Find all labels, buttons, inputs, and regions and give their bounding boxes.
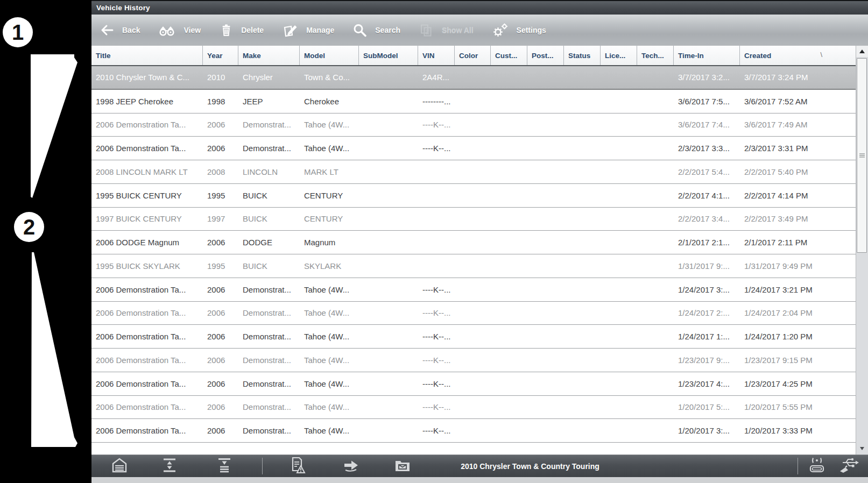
cell-created: 1/20/2017 5:55 PM [740, 402, 831, 411]
cell-created: 3/6/2017 7:49 AM [740, 120, 831, 129]
settings-button[interactable]: Settings [492, 23, 546, 38]
column-header-vin[interactable]: VIN [418, 46, 455, 65]
cell-title: 2006 Demonstration Ta... [91, 379, 203, 388]
cell-make: BUICK [238, 214, 300, 223]
scroll-thumb[interactable] [857, 58, 867, 253]
manage-button[interactable]: Manage [282, 23, 334, 37]
column-header-status[interactable]: Status [564, 46, 601, 65]
column-header-tech[interactable]: Tech... [637, 46, 674, 65]
cell-title: 2006 Demonstration Ta... [91, 308, 203, 317]
cell-created: 1/20/2017 3:33 PM [740, 426, 831, 435]
callout-number-2: 2 [14, 212, 44, 242]
table-row[interactable]: 2010 Chrysler Town & C...2010ChryslerTow… [91, 66, 856, 90]
binoculars-icon [158, 23, 175, 37]
cell-year: 2006 [203, 332, 238, 341]
scroll-thumb-grip-icon [859, 153, 865, 159]
table-row[interactable]: 2006 Demonstration Ta...2006Demonstrat..… [91, 419, 856, 443]
cell-model: MARK LT [300, 167, 359, 176]
column-header-cust[interactable]: Cust... [491, 46, 527, 65]
table-row[interactable]: 1995 BUICK SKYLARK1995BUICKSKYLARK1/31/2… [91, 254, 856, 278]
expand-icon[interactable] [161, 457, 178, 476]
cell-year: 2010 [203, 73, 238, 82]
cell-vin: ----K--... [418, 426, 455, 435]
cell-model: Tahoe (4W... [300, 426, 359, 435]
files-folder-icon[interactable] [393, 457, 412, 475]
delete-button[interactable]: Delete [219, 23, 264, 37]
table-row[interactable]: 2006 Demonstration Ta...2006Demonstrat..… [91, 137, 856, 160]
cell-vin: --------... [418, 97, 455, 106]
cell-time_in: 3/6/2017 7:5... [674, 97, 740, 106]
column-header-post[interactable]: Post... [527, 46, 564, 65]
cell-vin: ----K--... [418, 356, 455, 365]
callout-arrow-shapes [0, 0, 91, 483]
view-button[interactable]: View [158, 23, 201, 37]
callout-number-1: 1 [3, 17, 33, 47]
search-label: Search [375, 26, 400, 34]
cell-model: Tahoe (4W... [300, 356, 359, 365]
cell-model: Tahoe (4W... [300, 144, 359, 153]
scroll-up-arrow-icon [859, 49, 865, 53]
cell-title: 2006 Demonstration Ta... [91, 426, 203, 435]
column-header-make[interactable]: Make [238, 46, 300, 65]
table-row[interactable]: 2006 Demonstration Ta...2006Demonstrat..… [91, 278, 856, 302]
cell-time_in: 1/20/2017 3:... [674, 426, 740, 435]
cell-time_in: 1/24/2017 3:... [674, 285, 740, 294]
column-header-model[interactable]: Model [300, 46, 359, 65]
column-header-time_in[interactable]: Time-In [674, 46, 740, 65]
transfer-arrow-icon[interactable] [341, 457, 361, 475]
cell-year: 2006 [203, 402, 238, 411]
scroll-up-button[interactable] [856, 46, 868, 57]
vehicle-history-window: Vehicle History Back View [91, 0, 868, 483]
bottom-toolbar: 2010 Chrysler Town & Country Touring [91, 454, 868, 477]
table-row[interactable]: 2006 Demonstration Ta...2006Demonstrat..… [91, 302, 856, 325]
cell-make: DODGE [238, 238, 300, 247]
cell-time_in: 2/1/2017 2:1... [674, 238, 740, 247]
scroll-down-arrow-icon [860, 447, 864, 450]
cell-created: 1/24/2017 1:20 PM [740, 332, 831, 341]
table-row[interactable]: 1997 BUICK CENTURY1997BUICKCENTURY2/2/20… [91, 208, 856, 231]
header-resize-mark: \ [820, 51, 822, 59]
home-icon[interactable] [110, 457, 129, 476]
table-row[interactable]: 1995 BUICK CENTURY1995BUICKCENTURY2/2/20… [91, 184, 856, 208]
cell-model: CENTURY [300, 214, 359, 223]
show-all-button[interactable]: Show All [419, 23, 474, 38]
vertical-scrollbar[interactable] [856, 46, 868, 454]
cell-time_in: 1/24/2017 1:... [674, 332, 740, 341]
search-button[interactable]: Search [352, 23, 400, 38]
column-header-year[interactable]: Year [203, 46, 238, 65]
column-header-color[interactable]: Color [455, 46, 491, 65]
cell-make: BUICK [238, 191, 300, 200]
cell-title: 1997 BUICK CENTURY [91, 214, 203, 223]
cell-vin: ----K--... [418, 285, 455, 294]
cell-make: Demonstrat... [238, 332, 300, 341]
cell-year: 1997 [203, 214, 238, 223]
cell-make: Demonstrat... [238, 120, 300, 129]
codes-document-icon[interactable] [288, 456, 307, 477]
table-row[interactable]: 2006 Demonstration Ta...2006Demonstrat..… [91, 396, 856, 420]
table-body: 2010 Chrysler Town & C...2010ChryslerTow… [91, 66, 856, 443]
table-row[interactable]: 1998 JEEP Cherokee1998JEEPCherokee------… [91, 90, 856, 113]
magnifier-icon [352, 23, 367, 38]
cell-vin: ----K--... [418, 402, 455, 411]
table-row[interactable]: 2006 Demonstration Ta...2006Demonstrat..… [91, 349, 856, 372]
scroll-down-button[interactable] [856, 443, 868, 454]
column-header-title[interactable]: Title [91, 46, 203, 65]
cell-year: 2006 [203, 120, 238, 129]
back-button[interactable]: Back [99, 23, 140, 37]
column-header-created[interactable]: Created [740, 46, 831, 65]
table-row[interactable]: 2008 LINCOLN MARK LT2008LINCOLNMARK LT2/… [91, 160, 856, 184]
table-row[interactable]: 2006 Demonstration Ta...2006Demonstrat..… [91, 113, 856, 137]
cell-model: Tahoe (4W... [300, 308, 359, 317]
cell-model: Cherokee [300, 97, 359, 106]
cell-title: 2010 Chrysler Town & C... [91, 73, 203, 82]
cell-time_in: 2/2/2017 3:4... [674, 214, 740, 223]
cell-created: 1/23/2017 4:25 PM [740, 379, 831, 388]
table-row[interactable]: 2006 DODGE Magnum2006DODGEMagnum2/1/2017… [91, 231, 856, 254]
view-label: View [184, 26, 201, 34]
table-row[interactable]: 2006 Demonstration Ta...2006Demonstrat..… [91, 372, 856, 396]
table-row[interactable]: 2006 Demonstration Ta...2006Demonstrat..… [91, 325, 856, 349]
collapse-icon[interactable] [216, 457, 233, 476]
cell-year: 2006 [203, 308, 238, 317]
column-header-lice[interactable]: Lice... [601, 46, 637, 65]
column-header-submodel[interactable]: SubModel [359, 46, 418, 65]
